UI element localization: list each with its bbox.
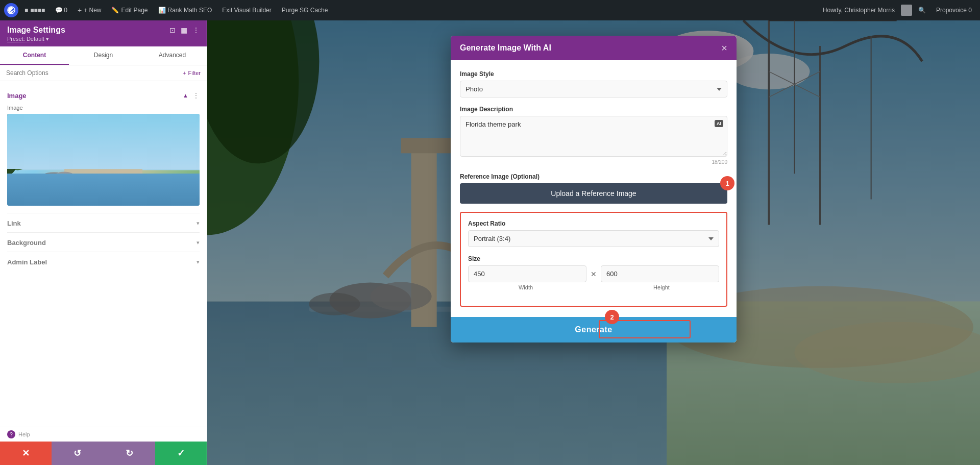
aspect-ratio-group: Aspect Ratio Portrait (3:4) [468,220,719,247]
generate-button[interactable]: Generate [451,317,737,342]
image-description-label: Image Description [460,106,727,113]
width-label: Width [468,284,583,290]
size-labels: Width Height [468,284,719,290]
size-group: Size ✕ Width Height [468,255,719,290]
sidebar-title-icons: ⊡ ▦ ⋮ [169,26,200,34]
section-admin-label: Admin Label [7,258,47,266]
sidebar-more-icon[interactable]: ⋮ [192,26,200,34]
aspect-size-section: Aspect Ratio Portrait (3:4) Size ✕ [460,212,727,307]
aspect-ratio-select[interactable]: Portrait (3:4) [468,230,719,247]
section-background-header[interactable]: Background ▾ [7,235,200,250]
bottom-toolbar: ✕ ↺ ↻ ✓ [0,442,207,465]
reference-image-label: Reference Image (Optional) [460,173,727,180]
size-label: Size [468,255,719,262]
image-style-group: Image Style Photo [460,70,727,97]
sidebar-header: Image Settings ⊡ ▦ ⋮ Preset: Default ▾ [0,20,207,46]
size-label-spacer [587,284,600,290]
reference-image-group: Reference Image (Optional) Upload a Refe… [460,173,727,204]
admin-exit-builder[interactable]: Exit Visual Builder [218,0,276,20]
section-link-header[interactable]: Link ▾ [7,215,200,230]
section-link-label: Link [7,219,21,227]
admin-propovoice[interactable]: Propovoice 0 [932,7,976,14]
image-thumbnail-inner [7,114,200,206]
sidebar-content: Image ▲ ⋮ Image [0,81,207,427]
undo-button[interactable]: ↺ [52,442,103,465]
size-x-separator: ✕ [591,270,597,278]
char-count: 18/200 [460,159,727,165]
search-input[interactable] [6,69,179,77]
section-bg-chevron[interactable]: ▾ [197,239,200,246]
sidebar-responsive-icon[interactable]: ⊡ [169,26,176,34]
divider-1 [7,213,200,213]
redo-button[interactable]: ↻ [104,442,155,465]
save-button[interactable]: ✓ [155,442,207,465]
section-link-chevron[interactable]: ▾ [197,220,200,227]
sidebar-tabs: Content Design Advanced [0,46,207,65]
divider-2 [7,232,200,233]
image-section-body: Image [7,103,200,211]
step2-badge: 2 [605,310,619,324]
modal-close-button[interactable]: × [721,43,727,53]
help-icon[interactable]: ? [7,430,15,438]
modal-body: Image Style Photo Image Description AI 1… [451,60,737,317]
image-style-select[interactable]: Photo [460,81,727,97]
tab-content[interactable]: Content [0,46,69,65]
filter-button[interactable]: + Filter [183,70,201,76]
section-bg-label: Background [7,239,46,247]
width-input[interactable] [468,265,586,282]
img-water [7,174,200,206]
divider-3 [7,252,200,252]
canvas-area: Generate Image With AI × Image Style Pho… [207,20,980,465]
sidebar: Image Settings ⊡ ▦ ⋮ Preset: Default ▾ C… [0,20,207,465]
sidebar-preset[interactable]: Preset: Default ▾ [7,36,200,42]
admin-bar-right: Howdy, Christopher Morris 🔍 Propovoice 0 [819,5,976,16]
modal-overlay: Generate Image With AI × Image Style Pho… [207,20,980,465]
section-admin-label-header[interactable]: Admin Label ▾ [7,254,200,269]
height-label: Height [604,284,719,290]
main-layout: Image Settings ⊡ ▦ ⋮ Preset: Default ▾ C… [0,20,980,465]
textarea-wrapper: AI [460,116,727,158]
modal-header: Generate Image With AI × [451,36,737,60]
admin-purge-cache[interactable]: Purge SG Cache [278,0,332,20]
generate-ai-modal: Generate Image With AI × Image Style Pho… [451,36,737,342]
cancel-button[interactable]: ✕ [0,442,52,465]
img-sky [7,114,200,169]
tab-advanced[interactable]: Advanced [138,46,207,65]
admin-new-button[interactable]: + + New [74,0,106,20]
section-admin-chevron[interactable]: ▾ [197,259,200,265]
upload-reference-button[interactable]: Upload a Reference Image [460,183,727,204]
generate-btn-wrapper: 2 Generate [451,317,737,342]
admin-edit-page[interactable]: ✏️ Edit Page [107,0,152,20]
sidebar-title: Image Settings [7,26,65,35]
sidebar-columns-icon[interactable]: ▦ [181,26,187,34]
section-image-chevron[interactable]: ▲ [183,92,188,99]
image-field-label: Image [7,105,200,111]
size-row: ✕ [468,265,719,282]
help-label[interactable]: Help [18,431,30,437]
image-thumbnail[interactable] [7,114,200,206]
admin-rank-math[interactable]: 📊 Rank Math SEO [154,0,216,20]
section-image-label: Image [7,92,27,100]
admin-site-link[interactable]: ■ ■■■■ [20,0,49,20]
admin-bar: ■ ■■■■ 💬 0 + + New ✏️ Edit Page 📊 Rank M… [0,0,980,20]
upload-btn-wrapper: Upload a Reference Image 1 [460,183,727,204]
admin-search[interactable]: 🔍 [914,7,930,14]
step1-badge: 1 [720,176,734,190]
admin-avatar [901,5,912,16]
sidebar-search: + Filter [0,65,207,81]
ai-badge: AI [715,120,723,127]
height-input[interactable] [601,265,719,282]
modal-title: Generate Image With AI [460,43,551,53]
section-image-menu[interactable]: ⋮ [192,91,200,100]
section-image-header[interactable]: Image ▲ ⋮ [7,87,200,103]
tab-design[interactable]: Design [69,46,138,65]
image-style-label: Image Style [460,70,727,78]
image-description-group: Image Description AI 18/200 [460,106,727,165]
aspect-ratio-label: Aspect Ratio [468,220,719,227]
wp-logo[interactable] [4,3,18,17]
help-row: ? Help [0,427,207,442]
admin-comments[interactable]: 💬 0 [51,0,71,20]
admin-howdy: Howdy, Christopher Morris [819,7,899,14]
image-description-textarea[interactable] [460,116,727,157]
modal-footer: 2 Generate [451,317,737,342]
